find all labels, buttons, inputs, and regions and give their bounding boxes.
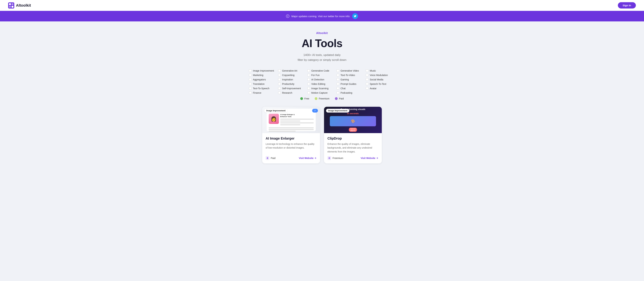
twitter-button[interactable] <box>352 13 358 19</box>
card-tag-ai-enlarger: Image Improvement <box>264 109 288 113</box>
legend-paid: Paid <box>335 97 344 100</box>
hero-title: AI Tools <box>4 37 640 50</box>
logo-text: Altoolkit <box>16 3 31 8</box>
filter-copywriting[interactable]: Copywriting <box>278 74 308 77</box>
checkbox-music[interactable] <box>366 69 368 72</box>
checkbox-ai-detection[interactable] <box>308 78 310 81</box>
filter-generative-art[interactable]: Generative Art <box>278 69 308 72</box>
filter-music[interactable]: Music <box>366 69 395 72</box>
checkbox-podcasting[interactable] <box>336 92 339 94</box>
filter-col-5: Music Voice Modulation Social Media Spee… <box>366 69 395 94</box>
checkbox-for-fun[interactable] <box>308 74 310 76</box>
checkbox-productivity[interactable] <box>278 83 281 85</box>
checkbox-text-to-speech[interactable] <box>249 87 252 90</box>
freemium-badge <box>315 97 318 100</box>
filter-text-to-video[interactable]: Text-To-Video <box>336 74 366 77</box>
card-description-clipdrop: Enhance the quality of images, eliminate… <box>328 142 378 153</box>
checkbox-chat[interactable] <box>336 87 339 90</box>
paid-badge <box>335 97 338 100</box>
subtitle-line1: 1400+ AI tools, updated daily <box>304 53 341 57</box>
subtitle-line2: filter by category or simply scroll down <box>298 58 346 62</box>
header: Altoolkit Sign In <box>0 0 644 11</box>
checkbox-aggregators[interactable] <box>249 78 252 81</box>
checkbox-generative-code[interactable] <box>308 69 310 72</box>
filter-text-to-speech[interactable]: Text-To-Speech <box>249 87 278 90</box>
svg-rect-1 <box>9 3 11 5</box>
legend-freemium: Freemium <box>315 97 330 100</box>
card-image-ai-enlarger: 👩 AI Image Enlarger &Enhancer Tools <box>262 107 320 133</box>
filter-translation[interactable]: Translation <box>249 83 278 85</box>
filter-ai-detection[interactable]: AI Detection <box>308 78 336 81</box>
filter-finance[interactable]: Finance <box>249 92 278 94</box>
filter-col-1: Image Improvement Marketing Aggregators … <box>249 69 278 94</box>
announcement-banner: i Major updates coming. Visit our twitte… <box>0 11 644 22</box>
filter-voice-modulation[interactable]: Voice Modulation <box>366 74 395 77</box>
checkbox-generative-art[interactable] <box>278 69 281 72</box>
checkbox-finance[interactable] <box>249 92 252 94</box>
checkbox-motion-capture[interactable] <box>308 92 310 94</box>
visit-link-clipdrop[interactable]: Visit Website <box>360 157 378 159</box>
banner-message: Major updates coming. Visit our twitter … <box>292 15 350 18</box>
legend-free: Free <box>300 97 309 100</box>
checkbox-translation[interactable] <box>249 83 252 85</box>
visit-link-ai-enlarger[interactable]: Visit Website <box>299 157 316 159</box>
filter-podcasting[interactable]: Podcasting <box>336 92 366 94</box>
card-body-ai-enlarger: AI Image Enlarger Leverage AI technology… <box>262 133 320 163</box>
card-title-ai-enlarger: AI Image Enlarger <box>266 137 316 140</box>
checkbox-image-improvement[interactable] <box>249 69 252 72</box>
svg-rect-2 <box>12 3 14 5</box>
filter-col-3: Generative Code For Fun AI Detection Vid… <box>308 69 336 94</box>
filter-for-fun[interactable]: For Fun <box>308 74 336 77</box>
checkbox-copywriting[interactable] <box>278 74 281 76</box>
twitter-icon <box>354 15 356 18</box>
checkbox-speech-to-text[interactable] <box>366 83 368 85</box>
svg-rect-3 <box>9 6 11 8</box>
filter-image-improvement[interactable]: Image Improvement <box>249 69 278 72</box>
filter-generative-code[interactable]: Generative Code <box>308 69 336 72</box>
checkbox-text-to-video[interactable] <box>336 74 339 76</box>
sign-in-button[interactable]: Sign In <box>618 2 636 9</box>
filter-marketing[interactable]: Marketing <box>249 74 278 77</box>
filter-aggregators[interactable]: Aggregators <box>249 78 278 81</box>
filter-inspiration[interactable]: Inspiration <box>278 78 308 81</box>
filter-motion-capture[interactable]: Motion Capture <box>308 92 336 94</box>
checkbox-social-media[interactable] <box>366 78 368 81</box>
checkbox-avatar[interactable] <box>366 87 368 90</box>
card-footer-clipdrop: Freemium Visit Website <box>328 156 378 160</box>
filter-image-scanning[interactable]: Image Scanning <box>308 87 336 90</box>
filter-productivity[interactable]: Productivity <box>278 83 308 85</box>
filter-grid: Image Improvement Marketing Aggregators … <box>249 69 395 94</box>
checkbox-gaming[interactable] <box>336 78 339 81</box>
checkbox-prompt-guides[interactable] <box>336 83 339 85</box>
hero-brand: Altoolkit <box>4 32 640 35</box>
checkbox-generative-video[interactable] <box>336 69 339 72</box>
filter-research[interactable]: Research <box>278 92 308 94</box>
checkbox-marketing[interactable] <box>249 74 252 76</box>
free-badge <box>300 97 303 100</box>
pricing-icon-ai-enlarger <box>266 156 269 160</box>
filter-self-improvement[interactable]: Self-Improvement <box>278 87 308 90</box>
card-clipdrop: Create stunning visuals in seconds 🎨 rem… <box>324 107 382 163</box>
card-ai-image-enlarger: 👩 AI Image Enlarger &Enhancer Tools <box>262 107 320 163</box>
filter-generative-video[interactable]: Generative Video <box>336 69 366 72</box>
checkbox-video-editing[interactable] <box>308 83 310 85</box>
checkbox-research[interactable] <box>278 92 281 94</box>
card-pricing-ai-enlarger: Paid <box>266 156 276 160</box>
filter-prompt-guides[interactable]: Prompt Guides <box>336 83 366 85</box>
filter-legend: Free Freemium Paid <box>249 97 395 100</box>
filter-social-media[interactable]: Social Media <box>366 78 395 81</box>
checkbox-image-scanning[interactable] <box>308 87 310 90</box>
filter-avatar[interactable]: Avatar <box>366 87 395 90</box>
checkbox-voice-modulation[interactable] <box>366 74 368 76</box>
checkbox-self-improvement[interactable] <box>278 87 281 90</box>
filter-gaming[interactable]: Gaming <box>336 78 366 81</box>
filter-col-2: Generative Art Copywriting Inspiration P… <box>278 69 308 94</box>
filter-chat[interactable]: Chat <box>336 87 366 90</box>
hero-subtitle: 1400+ AI tools, updated daily filter by … <box>4 53 640 63</box>
filter-video-editing[interactable]: Video Editing <box>308 83 336 85</box>
card-description-ai-enlarger: Leverage AI technology to enhance the qu… <box>266 142 316 153</box>
filter-section: Image Improvement Marketing Aggregators … <box>246 69 398 100</box>
info-icon: i <box>286 15 290 18</box>
filter-speech-to-text[interactable]: Speech-To-Text <box>366 83 395 85</box>
checkbox-inspiration[interactable] <box>278 78 281 81</box>
